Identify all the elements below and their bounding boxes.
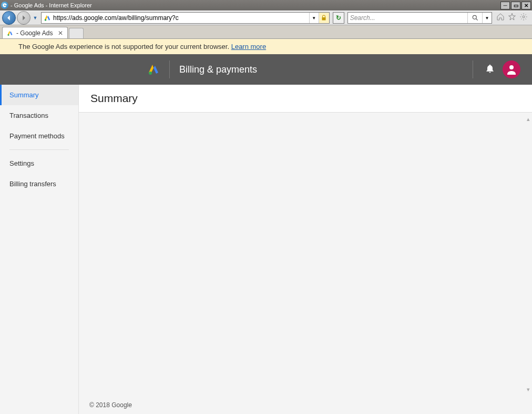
window-title: - Google Ads - Internet Explorer: [11, 2, 500, 8]
search-go-button[interactable]: [467, 13, 482, 23]
main-body-empty: ▴ ▾: [79, 113, 532, 396]
account-avatar[interactable]: [503, 60, 520, 78]
search-placeholder: Search...: [348, 14, 467, 22]
new-tab-button[interactable]: [69, 28, 84, 38]
search-provider-dropdown[interactable]: ▼: [482, 13, 492, 23]
sidebar-divider: [9, 149, 69, 150]
sidebar-item-billing-transfers[interactable]: Billing transfers: [0, 174, 78, 194]
browser-address-bar: ▼ https://ads.google.com/aw/billing/summ…: [0, 11, 532, 25]
url-text: https://ads.google.com/aw/billing/summar…: [53, 14, 309, 22]
home-icon[interactable]: [496, 13, 505, 23]
tab-google-ads[interactable]: - Google Ads ✕: [2, 27, 68, 38]
window-maximize-button[interactable]: ▭: [511, 2, 520, 9]
scroll-down-icon[interactable]: ▾: [527, 386, 530, 393]
scroll-up-icon[interactable]: ▴: [527, 116, 530, 123]
url-field[interactable]: https://ads.google.com/aw/billing/summar…: [41, 12, 330, 24]
banner-text: The Google Ads experience is not support…: [18, 43, 231, 51]
notifications-bell-icon[interactable]: [485, 63, 495, 76]
billing-sidebar: Summary Transactions Payment methods Set…: [0, 85, 79, 414]
sidebar-item-settings[interactable]: Settings: [0, 153, 78, 174]
forward-button[interactable]: [17, 11, 30, 25]
sidebar-item-transactions[interactable]: Transactions: [0, 105, 78, 126]
footer-copyright: © 2018 Google: [79, 396, 532, 414]
tab-strip: - Google Ads ✕: [0, 25, 532, 39]
ie-logo-icon: [1, 2, 8, 9]
window-minimize-button[interactable]: ─: [500, 2, 510, 9]
page-title: Billing & payments: [179, 64, 257, 75]
toolbar-divider: [169, 60, 170, 78]
tab-close-button[interactable]: ✕: [58, 29, 63, 37]
back-button[interactable]: [2, 11, 16, 25]
svg-point-1: [473, 15, 476, 19]
toolbar-divider: [473, 60, 473, 78]
svg-point-0: [45, 19, 47, 21]
google-ads-favicon-icon: [7, 30, 13, 36]
refresh-button[interactable]: ↻: [333, 12, 344, 24]
svg-point-5: [509, 65, 514, 69]
svg-point-3: [8, 34, 9, 36]
tools-gear-icon[interactable]: [519, 13, 528, 23]
google-ads-favicon-icon: [44, 14, 51, 22]
lock-icon: [319, 13, 329, 23]
app-toolbar: Billing & payments: [0, 54, 532, 85]
main-heading: Summary: [79, 85, 532, 113]
page-content: The Google Ads experience is not support…: [0, 39, 532, 414]
url-dropdown[interactable]: ▼: [309, 13, 319, 23]
google-ads-logo-icon: [147, 63, 160, 76]
svg-point-4: [149, 72, 152, 75]
sidebar-item-summary[interactable]: Summary: [0, 85, 78, 105]
svg-point-2: [523, 16, 525, 18]
nav-history-dropdown[interactable]: ▼: [32, 12, 39, 24]
sidebar-item-payment-methods[interactable]: Payment methods: [0, 126, 78, 146]
favorites-star-icon[interactable]: [508, 13, 516, 23]
window-titlebar: - Google Ads - Internet Explorer ─ ▭ ✕: [0, 0, 532, 11]
unsupported-browser-banner: The Google Ads experience is not support…: [0, 39, 532, 54]
main-panel: Summary ▴ ▾ © 2018 Google: [79, 85, 532, 414]
tab-title: - Google Ads: [16, 29, 53, 37]
banner-learn-more-link[interactable]: Learn more: [231, 43, 266, 51]
window-close-button[interactable]: ✕: [521, 2, 531, 9]
browser-search-field[interactable]: Search... ▼: [347, 12, 492, 24]
